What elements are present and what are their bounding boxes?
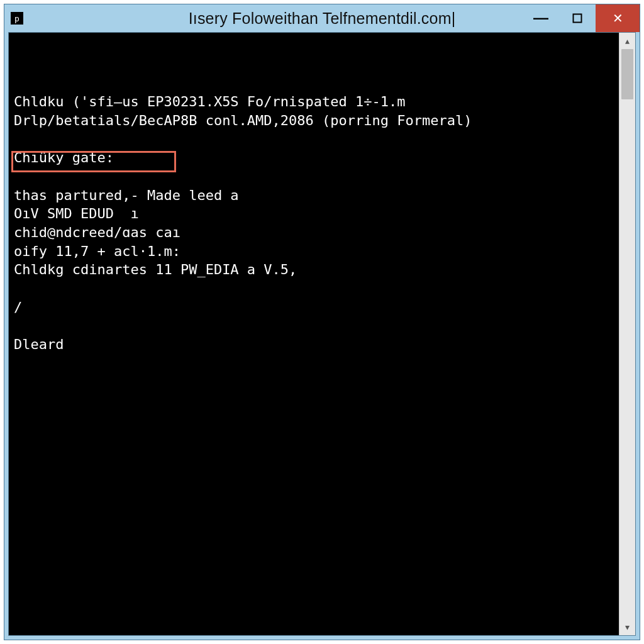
chevron-up-icon: ▴ bbox=[625, 36, 630, 46]
svg-rect-0 bbox=[574, 14, 582, 23]
terminal-line: Chıüky gate: bbox=[14, 148, 614, 167]
terminal-line: oify 11,7 + acl·1.m: bbox=[14, 242, 614, 261]
scrollbar-track[interactable] bbox=[619, 49, 635, 619]
minimize-button[interactable]: — bbox=[523, 4, 559, 32]
scrollbar-thumb[interactable] bbox=[621, 49, 633, 99]
scroll-up-button[interactable]: ▴ bbox=[619, 33, 635, 49]
terminal-line bbox=[14, 167, 614, 186]
maximize-button[interactable] bbox=[559, 4, 596, 32]
terminal-line: Chldku ('sfi—us EP30231.X5S Fo/rnispated… bbox=[14, 92, 614, 111]
client-area: Chldku ('sfi—us EP30231.X5S Fo/rnispated… bbox=[8, 32, 636, 636]
terminal-line: chid@ndcreed/ɑas caı bbox=[14, 223, 614, 242]
terminal-line bbox=[14, 130, 614, 148]
terminal-line: Dleard bbox=[14, 335, 614, 354]
terminal-line bbox=[14, 279, 614, 298]
chevron-down-icon: ▾ bbox=[625, 622, 630, 632]
terminal-line bbox=[14, 316, 614, 335]
terminal-output[interactable]: Chldku ('sfi—us EP30231.X5S Fo/rnispated… bbox=[9, 33, 619, 635]
terminal-line: Drlp/betatials/BecAP8B conl.AMD,2086 (po… bbox=[14, 111, 614, 130]
application-window: p Iısery Foloweithan Telfnementdil.com| … bbox=[4, 4, 640, 640]
x-icon: ✕ bbox=[613, 11, 623, 26]
scroll-down-button[interactable]: ▾ bbox=[619, 619, 635, 635]
app-icon: p bbox=[11, 12, 23, 25]
window-controls: — ✕ bbox=[523, 4, 640, 32]
terminal-line: thas partured,- Made leed a bbox=[14, 186, 614, 205]
square-icon bbox=[572, 13, 582, 23]
minus-icon: — bbox=[533, 9, 548, 26]
terminal-line: Chldkg cdinartes 11 PW_EDIA a V.5, bbox=[14, 260, 614, 279]
terminal-line: / bbox=[14, 298, 614, 317]
close-button[interactable]: ✕ bbox=[596, 4, 640, 32]
vertical-scrollbar[interactable]: ▴ ▾ bbox=[619, 33, 635, 635]
titlebar[interactable]: p Iısery Foloweithan Telfnementdil.com| … bbox=[4, 4, 640, 32]
app-icon-glyph: p bbox=[14, 14, 19, 23]
terminal-line: OıV SMD EDUD ı bbox=[14, 204, 614, 223]
